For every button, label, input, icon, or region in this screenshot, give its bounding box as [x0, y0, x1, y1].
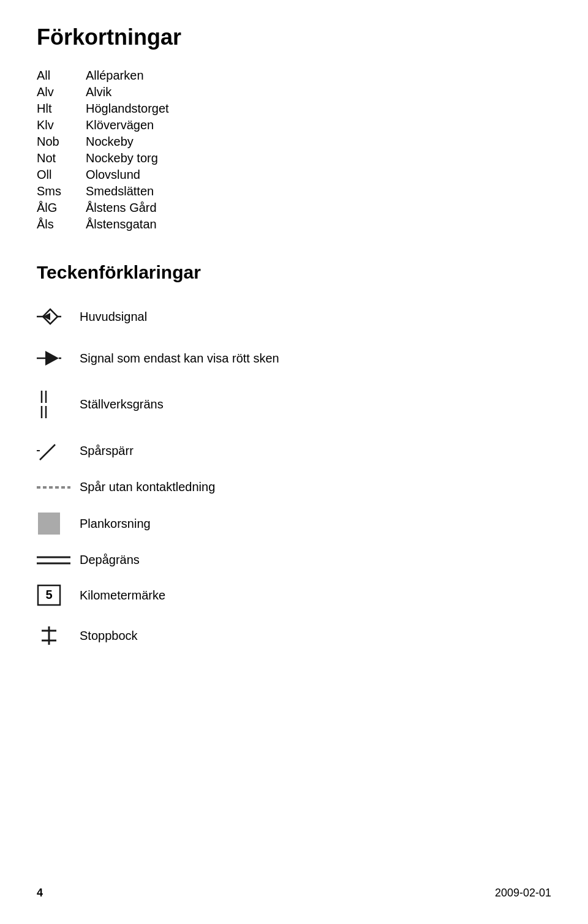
abbr-code: Not [37, 151, 86, 165]
abbr-code: All [37, 69, 86, 83]
abbr-code: Åls [37, 217, 86, 231]
svg-rect-14 [38, 513, 60, 535]
abbr-name: Smedslätten [86, 184, 154, 198]
abbr-row: AllAlléparken [37, 69, 551, 83]
page-title: Förkortningar [37, 24, 551, 50]
list-item: Depågräns [37, 553, 551, 567]
list-item: Spårspärr [37, 438, 551, 463]
svg-marker-4 [45, 351, 59, 366]
footer-date: 2009-02-01 [495, 887, 551, 900]
spar-utan-label: Spår utan kontaktledning [80, 480, 215, 494]
abbr-row: KlvKlövervägen [37, 118, 551, 132]
list-item: 5 Kilometermärke [37, 584, 551, 606]
abbr-row: AlvAlvik [37, 85, 551, 99]
stoppbock-label: Stoppbock [80, 629, 138, 643]
section-title: Teckenförklaringar [37, 262, 551, 283]
abbr-name: Olovslund [86, 168, 140, 182]
abbr-code: Nob [37, 135, 86, 149]
depagrans-icon [37, 554, 74, 566]
plankorsning-label: Plankorsning [80, 517, 151, 531]
abbr-row: OllOlovslund [37, 168, 551, 182]
legend-list: Huvudsignal Signal som endast kan visa r… [37, 304, 551, 648]
list-item: Spår utan kontaktledning [37, 480, 551, 494]
km-marke-label: Kilometermärke [80, 588, 165, 603]
stallverksgrans-label: Ställverksgräns [80, 397, 164, 411]
spar-utan-icon [37, 483, 74, 492]
list-item: Plankorsning [37, 511, 551, 536]
abbr-code: Sms [37, 184, 86, 198]
huvudsignal-label: Huvudsignal [80, 310, 147, 324]
abbr-code: Hlt [37, 102, 86, 116]
list-item: Ställverksgräns [37, 388, 551, 421]
signal-rod-label: Signal som endast kan visa rött sken [80, 351, 279, 366]
stoppbock-icon [37, 623, 74, 648]
abbr-row: NotNockeby torg [37, 151, 551, 165]
abbr-code: Alv [37, 85, 86, 99]
abbr-code: Oll [37, 168, 86, 182]
abbr-row: NobNockeby [37, 135, 551, 149]
list-item: Signal som endast kan visa rött sken [37, 346, 551, 370]
abbr-name: Ålstens Gård [86, 201, 157, 215]
abbr-row: HltHöglandstorget [37, 102, 551, 116]
footer: 4 2009-02-01 [37, 887, 551, 900]
sparr-icon [37, 438, 74, 463]
abbr-code: Klv [37, 118, 86, 132]
abbr-code: ÅlG [37, 201, 86, 215]
signal-rod-icon [37, 346, 74, 370]
stallverksgrans-icon [37, 388, 74, 421]
abbr-row: ÅlsÅlstensgatan [37, 217, 551, 231]
list-item: Huvudsignal [37, 304, 551, 329]
abbr-row: ÅlGÅlstens Gård [37, 201, 551, 215]
abbr-name: Höglandstorget [86, 102, 169, 116]
abbr-name: Alléparken [86, 69, 144, 83]
footer-page-number: 4 [37, 887, 43, 900]
sparr-label: Spårspärr [80, 444, 134, 458]
abbr-name: Alvik [86, 85, 111, 99]
abbr-row: SmsSmedslätten [37, 184, 551, 198]
abbr-name: Nockeby [86, 135, 134, 149]
list-item: Stoppbock [37, 623, 551, 648]
abbr-name: Ålstensgatan [86, 217, 157, 231]
plankorsning-icon [37, 511, 74, 536]
km-marke-icon: 5 [37, 584, 74, 606]
huvudsignal-icon [37, 304, 74, 329]
abbr-name: Nockeby torg [86, 151, 158, 165]
abbr-name: Klövervägen [86, 118, 154, 132]
svg-line-11 [40, 445, 55, 460]
depagrans-label: Depågräns [80, 553, 140, 567]
abbreviations-table: AllAlléparkenAlvAlvikHltHöglandstorgetKl… [37, 69, 551, 231]
svg-marker-1 [43, 313, 50, 320]
svg-text:5: 5 [45, 588, 52, 601]
